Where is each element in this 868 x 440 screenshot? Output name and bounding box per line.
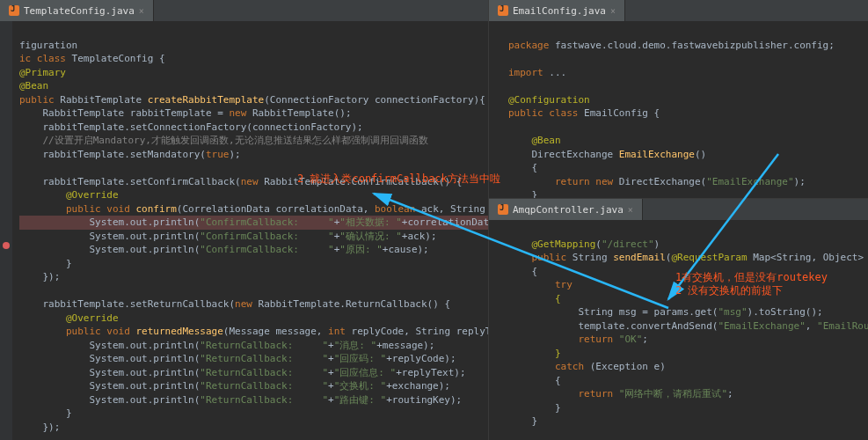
gutter: [0, 21, 12, 440]
tab-amqpcontroller[interactable]: AmqpController.java ×: [489, 199, 643, 220]
left-editor-pane: TemplateConfig.java × figuration ic clas…: [0, 0, 488, 440]
code-area-left[interactable]: figuration ic class TemplateConfig { @Pr…: [12, 21, 488, 437]
breakpoint-icon[interactable]: [3, 242, 10, 249]
java-icon: [498, 5, 508, 16]
code-area-rb[interactable]: @GetMapping("/direct") public String sen…: [501, 220, 868, 440]
close-icon[interactable]: ×: [628, 205, 633, 215]
tab-emailconfig[interactable]: EmailConfig.java ×: [489, 0, 625, 21]
code-area-rt[interactable]: package fastwave.cloud.demo.fastwavebizp…: [501, 21, 868, 206]
right-bot-editor-pane: AmqpController.java × @GetMapping("/dire…: [488, 198, 868, 440]
tab-templateconfig[interactable]: TemplateConfig.java ×: [0, 0, 154, 21]
annotation-3: 2 没有交换机的前提下: [675, 283, 783, 298]
tab-bar-rb: AmqpController.java ×: [489, 199, 868, 220]
right-top-editor-pane: EmailConfig.java × package fastwave.clou…: [488, 0, 868, 198]
tab-label: TemplateConfig.java: [24, 5, 135, 17]
java-icon: [9, 5, 19, 16]
close-icon[interactable]: ×: [610, 6, 616, 16]
annotation-1: 2 就进入类confirmCallback方法当中啦: [297, 172, 500, 187]
java-icon: [498, 204, 508, 215]
close-icon[interactable]: ×: [139, 6, 144, 16]
tab-label: EmailConfig.java: [513, 5, 606, 17]
tab-bar-left: TemplateConfig.java ×: [0, 0, 488, 21]
tab-label: AmqpController.java: [513, 204, 624, 216]
tab-bar-rt: EmailConfig.java ×: [489, 0, 868, 21]
